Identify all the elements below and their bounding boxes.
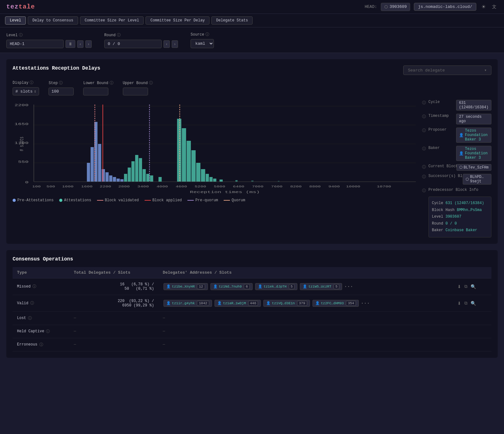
total-lost: —: [69, 311, 158, 325]
missed-info-icon[interactable]: ⓘ: [32, 284, 36, 289]
more-delegates-button[interactable]: ···: [344, 284, 353, 289]
table-row: Erroneous ⓘ — —: [13, 338, 491, 351]
block-number-badge[interactable]: ⬡ 3903609: [381, 3, 410, 11]
delegate-tag[interactable]: 👤 tz2FC…dHM93 354: [312, 300, 359, 307]
prev-level-button[interactable]: ‹: [77, 40, 83, 48]
delegate-tag[interactable]: 👤 tz1be…XnyHR 12: [163, 283, 208, 290]
download-missed-button[interactable]: ⬇: [457, 283, 462, 290]
valid-info-icon[interactable]: ⓘ: [30, 300, 34, 306]
svg-rect-50: [177, 119, 181, 182]
block-validated-line: [97, 200, 103, 201]
logo-tez: tez: [6, 3, 19, 10]
current-block-value[interactable]: ⬡ BLTev_SzFHm: [456, 164, 491, 171]
legend-block-applied: Block applied: [145, 198, 182, 203]
next-round-button[interactable]: ›: [172, 40, 178, 48]
timestamp-info-icon[interactable]: ⓘ: [422, 114, 426, 119]
svg-rect-55: [201, 169, 205, 182]
proposer-label: Proposer: [428, 128, 454, 132]
copy-missed-button[interactable]: ⧉: [464, 283, 468, 290]
baker-delegate-icon: 👤: [459, 151, 464, 156]
table-row: Lost ⓘ — —: [13, 311, 491, 325]
upper-bound-input[interactable]: [123, 88, 148, 95]
lost-info-icon[interactable]: ⓘ: [28, 316, 32, 321]
baker-label: Baker: [428, 146, 454, 150]
search-delegate-dropdown[interactable]: Search delegate ▾: [403, 66, 491, 75]
source-select[interactable]: kaml: [191, 39, 214, 48]
col-delegates: Delegates' Addresses / Slots: [158, 267, 452, 278]
download-valid-button[interactable]: ⬇: [457, 300, 462, 306]
delegate-tag[interactable]: 👤 tz1VQ…d3E1n 379: [263, 300, 310, 307]
chevron-down-icon: ▾: [484, 68, 487, 73]
svg-rect-56: [206, 174, 209, 182]
ops-title: Consensus Operations: [13, 256, 491, 262]
svg-rect-43: [131, 161, 135, 182]
search-valid-button[interactable]: 🔍: [470, 300, 477, 306]
source-control: Source ⓘ kaml: [191, 32, 214, 48]
chart-header: Attestations Reception Delays Search del…: [13, 66, 491, 75]
tab-level[interactable]: Level: [5, 16, 26, 25]
successors-value[interactable]: ⬡ BLhPD…9sejt: [463, 174, 491, 185]
round-info-icon[interactable]: ⓘ: [117, 32, 121, 38]
svg-rect-59: [220, 180, 223, 182]
svg-text:4600: 4600: [175, 185, 187, 188]
tab-committee-level[interactable]: Committee Size Per Level: [80, 16, 144, 25]
level-info-icon[interactable]: ⓘ: [19, 32, 23, 38]
lower-bound-input[interactable]: [83, 88, 108, 95]
lower-bound-info-icon[interactable]: ⓘ: [110, 80, 113, 86]
legend-attestations: Attestations: [59, 198, 91, 203]
successors-info-icon[interactable]: ⓘ: [422, 174, 426, 180]
main-content: Attestations Reception Delays Search del…: [0, 53, 504, 364]
logo[interactable]: teztale: [6, 3, 35, 10]
baker-value[interactable]: 👤 Tezos Foundation Baker 3: [456, 146, 491, 161]
prev-round-button[interactable]: ‹: [163, 40, 170, 48]
proposer-value[interactable]: 👤 Tezos Foundation Baker 3: [456, 128, 491, 143]
display-control: Display ⓘ # slots ⇕: [13, 80, 39, 95]
display-info-icon[interactable]: ⓘ: [30, 80, 33, 85]
tab-delay[interactable]: Delay to Consensus: [28, 16, 78, 25]
lang-toggle[interactable]: 文: [491, 3, 498, 11]
pred-info-icon[interactable]: ⓘ: [422, 188, 426, 193]
held-captive-info-icon[interactable]: ⓘ: [46, 329, 50, 334]
next-level-button[interactable]: ›: [85, 40, 92, 48]
copy-valid-button[interactable]: ⧉: [464, 300, 468, 306]
search-missed-button[interactable]: 🔍: [470, 283, 477, 290]
display-select[interactable]: # slots ⇕: [13, 87, 39, 95]
baker-info-icon[interactable]: ⓘ: [422, 146, 426, 151]
pause-button[interactable]: ⏸: [66, 40, 75, 48]
delegates-valid: 👤 tz1ir…g4yhk 1042 👤 tz1aR…1wDjM 446 👤 t…: [158, 295, 452, 311]
delegate-tag[interactable]: 👤 tz1ir…g4yhk 1042: [163, 300, 212, 307]
delegate-tag[interactable]: 👤 tz1ek…dJpTH 5: [255, 283, 297, 290]
round-input[interactable]: [104, 40, 162, 48]
erroneous-info-icon[interactable]: ⓘ: [39, 342, 43, 347]
cycle-label: Cycle: [428, 100, 454, 104]
theme-toggle[interactable]: ☀: [480, 3, 487, 11]
svg-rect-46: [143, 169, 146, 182]
tab-delegate-stats[interactable]: Delegate Stats: [211, 16, 253, 25]
tab-committee-delay[interactable]: Committee Size Per Delay: [146, 16, 209, 25]
delegate-tag[interactable]: 👤 tz1Nd…7nuh9 6: [210, 283, 253, 290]
url-badge[interactable]: js.nomadic-labs.cloud/: [414, 3, 476, 11]
block-number: 3903609: [390, 4, 407, 9]
ops-section: Consensus Operations Type Total Delegate…: [6, 250, 498, 358]
step-info-icon[interactable]: ⓘ: [59, 80, 63, 86]
step-input[interactable]: [49, 88, 74, 95]
delegate-tag[interactable]: 👤 tz1aR…1wDjM 446: [215, 300, 261, 307]
level-input[interactable]: [6, 40, 64, 48]
svg-rect-60: [235, 180, 238, 182]
source-info-icon[interactable]: ⓘ: [205, 32, 209, 37]
delegate-tag[interactable]: 👤 tz1W5…UczRT 5: [300, 283, 342, 290]
block-hash-icon: ⬡: [459, 165, 462, 170]
cycle-info-icon[interactable]: ⓘ: [422, 100, 426, 106]
more-valid-delegates-button[interactable]: ···: [361, 300, 370, 306]
total-valid: 220 (93,22 %) / 6950 (99,29 %): [69, 295, 158, 311]
proposer-info-icon[interactable]: ⓘ: [422, 128, 426, 133]
type-cell-held-captive: Held Captive ⓘ: [13, 325, 69, 338]
info-sidebar: ⓘ Cycle 631 (12408/16384) ⓘ Timestamp 27…: [422, 100, 491, 237]
current-block-info-icon[interactable]: ⓘ: [422, 164, 426, 170]
timestamp-label: Timestamp: [428, 114, 454, 118]
legend-quorum: Quorum: [224, 198, 245, 203]
upper-bound-info-icon[interactable]: ⓘ: [149, 80, 153, 86]
delegates-erroneous: —: [158, 338, 452, 351]
svg-text:4000: 4000: [157, 185, 168, 188]
chart-body: 2200 1650 1100 550 0 # slots 100 500: [13, 100, 491, 237]
